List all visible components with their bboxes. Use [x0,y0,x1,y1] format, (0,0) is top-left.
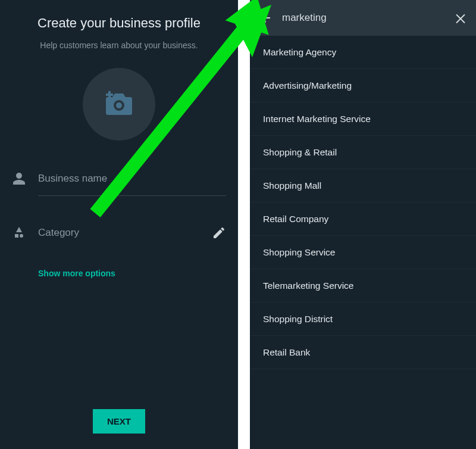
category-field[interactable]: Category [12,216,226,250]
pencil-icon [212,226,226,240]
category-search-screen: Marketing Agency Advertising/Marketing I… [250,0,476,449]
business-name-field[interactable]: Business name [12,162,226,195]
clear-button[interactable] [453,11,468,25]
next-button[interactable]: NEXT [93,409,145,434]
arrow-left-icon [258,11,273,25]
add-photo-button[interactable] [83,68,155,141]
category-placeholder: Category [38,227,212,239]
list-item[interactable]: Shopping & Retail [250,136,476,169]
list-item[interactable]: Shopping Mall [250,169,476,202]
list-item[interactable]: Shopping District [250,303,476,336]
show-more-options-link[interactable]: Show more options [38,269,238,278]
create-profile-screen: Create your business profile Help custom… [0,0,238,449]
page-title: Create your business profile [0,15,238,31]
list-item[interactable]: Advertising/Marketing [250,69,476,102]
close-icon [453,11,468,25]
list-item[interactable]: Shopping Service [250,236,476,269]
search-input[interactable] [282,12,444,24]
search-bar [250,0,476,36]
list-item[interactable]: Telemarketing Service [250,269,476,303]
list-item[interactable]: Retail Company [250,202,476,236]
edit-category-button[interactable] [212,226,226,240]
list-item[interactable]: Retail Bank [250,336,476,369]
person-icon [12,172,26,186]
list-item[interactable]: Marketing Agency [250,36,476,69]
results-list: Marketing Agency Advertising/Marketing I… [250,36,476,369]
list-item[interactable]: Internet Marketing Service [250,102,476,136]
business-name-placeholder: Business name [38,173,226,185]
svg-rect-3 [106,93,113,96]
back-button[interactable] [258,11,273,25]
svg-point-1 [116,102,122,108]
camera-add-icon [104,91,134,117]
category-icon [12,226,26,240]
page-subtitle: Help customers learn about your business… [0,40,238,50]
divider [38,195,226,196]
